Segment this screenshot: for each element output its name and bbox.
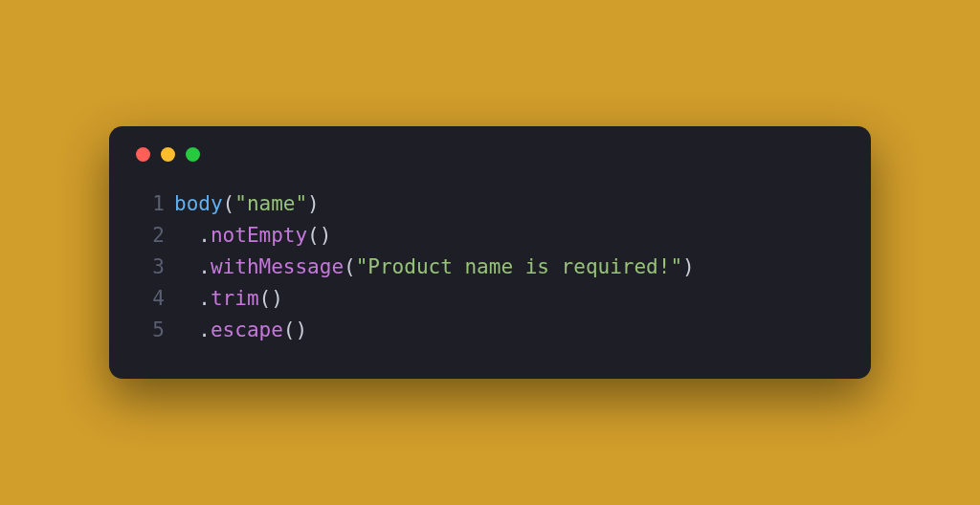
- line-number: 4: [134, 283, 165, 315]
- line-content: body("name"): [174, 188, 320, 220]
- code-line: 1body("name"): [134, 188, 846, 220]
- code-block: 1body("name")2 .notEmpty()3 .withMessage…: [134, 188, 846, 347]
- code-token: (: [223, 192, 235, 215]
- line-content: .trim(): [174, 283, 283, 315]
- zoom-icon[interactable]: [186, 147, 200, 162]
- line-number: 5: [134, 315, 165, 346]
- code-token: (): [307, 224, 331, 247]
- code-token: (): [283, 318, 307, 341]
- code-token: "Product name is required!": [356, 255, 682, 278]
- traffic-lights: [136, 147, 846, 162]
- code-token: "name": [234, 192, 307, 215]
- line-content: .withMessage("Product name is required!"…: [174, 252, 695, 283]
- line-number: 3: [134, 252, 165, 283]
- code-token: (): [259, 287, 283, 310]
- code-token: ): [682, 255, 695, 278]
- close-icon[interactable]: [136, 147, 150, 162]
- code-token: .: [198, 287, 211, 310]
- line-content: .notEmpty(): [174, 220, 331, 252]
- code-token: (: [344, 255, 356, 278]
- code-token: notEmpty: [211, 224, 307, 247]
- code-line: 3 .withMessage("Product name is required…: [134, 252, 846, 283]
- code-token: body: [174, 192, 223, 215]
- code-token: trim: [211, 287, 259, 310]
- line-number: 1: [134, 188, 165, 220]
- minimize-icon[interactable]: [161, 147, 175, 162]
- code-token: .: [198, 318, 211, 341]
- line-number: 2: [134, 220, 165, 252]
- code-window: 1body("name")2 .notEmpty()3 .withMessage…: [109, 126, 871, 380]
- code-token: escape: [211, 318, 283, 341]
- line-content: .escape(): [174, 315, 307, 346]
- code-line: 5 .escape(): [134, 315, 846, 346]
- code-line: 4 .trim(): [134, 283, 846, 315]
- code-token: withMessage: [211, 255, 344, 278]
- code-token: .: [198, 224, 211, 247]
- code-token: .: [198, 255, 211, 278]
- code-line: 2 .notEmpty(): [134, 220, 846, 252]
- code-token: ): [307, 192, 320, 215]
